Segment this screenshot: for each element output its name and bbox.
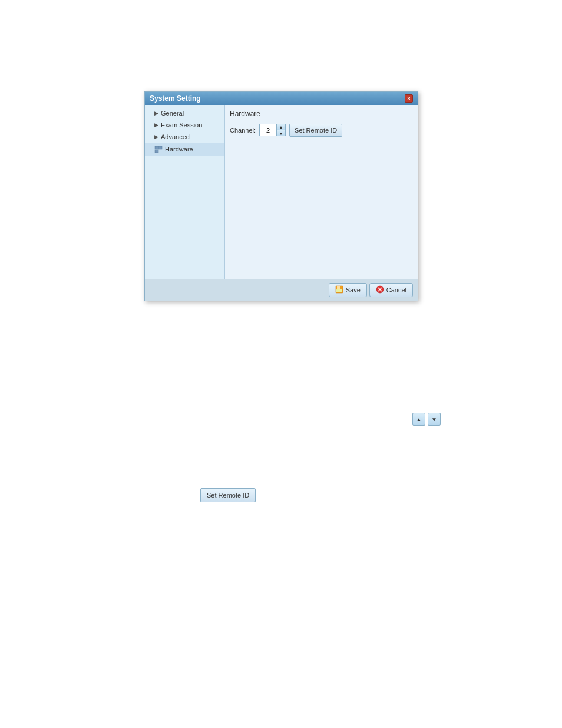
content-section-title: Hardware (230, 110, 413, 118)
sidebar-item-advanced[interactable]: ▶ Advanced (145, 131, 224, 143)
arrow-icon: ▶ (154, 134, 158, 140)
channel-label: Channel: (230, 127, 256, 134)
spinner-buttons: ▲ ▼ (276, 124, 285, 136)
sidebar-item-hardware[interactable]: Hardware (145, 143, 224, 156)
save-icon (335, 285, 343, 295)
floating-set-remote-container: Set Remote ID (200, 488, 256, 502)
dialog-close-button[interactable]: × (405, 94, 413, 103)
cancel-icon (376, 285, 384, 295)
dialog-body: ▶ General ▶ Exam Session ▶ Advanced (145, 105, 418, 279)
channel-spinner[interactable]: ▲ ▼ (259, 124, 286, 136)
svg-rect-2 (155, 150, 158, 153)
hardware-row: Channel: ▲ ▼ Set Remote ID (230, 124, 413, 137)
sidebar-label-general: General (161, 110, 184, 117)
sidebar: ▶ General ▶ Exam Session ▶ Advanced (145, 105, 224, 279)
svg-rect-0 (155, 146, 158, 149)
sidebar-item-exam-session[interactable]: ▶ Exam Session (145, 119, 224, 131)
system-setting-dialog: System Setting × ▶ General ▶ Exam Sessio… (144, 91, 418, 301)
cancel-label: Cancel (386, 286, 406, 294)
sidebar-label-exam-session: Exam Session (161, 121, 202, 129)
floating-spinner-down-button[interactable]: ▼ (428, 413, 441, 426)
svg-rect-1 (158, 146, 162, 149)
floating-set-remote-id-button[interactable]: Set Remote ID (200, 488, 256, 502)
cancel-button[interactable]: Cancel (369, 283, 413, 297)
set-remote-id-button[interactable]: Set Remote ID (289, 124, 342, 137)
dialog-title: System Setting (150, 94, 201, 103)
save-button[interactable]: Save (329, 283, 367, 297)
floating-spinners: ▲ ▼ (412, 413, 441, 426)
save-label: Save (346, 286, 361, 294)
channel-value[interactable] (260, 124, 276, 136)
spinner-up-button[interactable]: ▲ (277, 124, 285, 130)
bottom-link[interactable]: ________________ (253, 697, 311, 704)
floating-spinner-up-button[interactable]: ▲ (412, 413, 425, 426)
content-area: Hardware Channel: ▲ ▼ Set Remote ID (224, 105, 418, 279)
hardware-icon (154, 145, 163, 153)
dialog-titlebar: System Setting × (145, 92, 418, 105)
arrow-icon: ▶ (154, 122, 158, 128)
dialog-footer: Save Cancel (145, 279, 418, 301)
sidebar-label-hardware: Hardware (165, 146, 193, 153)
svg-rect-5 (336, 289, 342, 292)
spinner-down-button[interactable]: ▼ (277, 130, 285, 136)
sidebar-item-general[interactable]: ▶ General (145, 107, 224, 119)
svg-rect-4 (337, 286, 340, 289)
arrow-icon: ▶ (154, 110, 158, 116)
sidebar-label-advanced: Advanced (161, 133, 190, 140)
